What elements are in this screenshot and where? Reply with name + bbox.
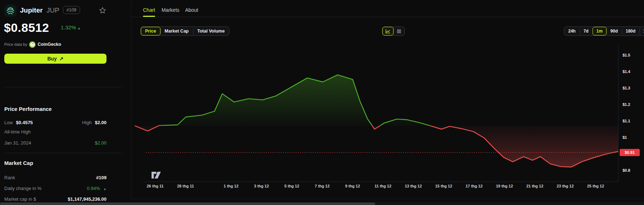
rank-badge: #109: [63, 6, 80, 14]
tab-about[interactable]: About: [185, 7, 198, 17]
sidebar: Jupiter JUP #109 $0.8512 1.32% ▲ Price d…: [0, 0, 131, 205]
jupiter-logo-icon: [4, 5, 16, 17]
candlestick-icon: [396, 29, 402, 34]
price-change-value: 1.32%: [61, 24, 76, 30]
range-button-1y[interactable]: 1y: [639, 27, 644, 35]
x-axis-tick-label: 28 thg 11: [177, 184, 194, 188]
ath-date-row: Jan 31, 2024: [4, 140, 31, 146]
line-chart-icon: [385, 29, 391, 34]
y-axis-tick-label: $1: [623, 135, 627, 140]
y-axis-tick-label: $1.4: [623, 69, 630, 74]
x-axis-tick-label: 23 thg 12: [557, 184, 574, 188]
high-value: $2.00: [95, 120, 106, 125]
mcap-label: Market cap in $: [4, 196, 36, 202]
x-axis-tick-label: 17 thg 12: [466, 184, 483, 188]
time-range-group: 24h 7d 1m 90d 180d 1y all: [564, 26, 644, 36]
daily-change-label: Daily change in %: [4, 186, 41, 191]
tabbar-border: [131, 17, 644, 17]
x-axis-tick-label: 5 thg 12: [284, 184, 299, 188]
daily-change-row-label: Daily change in %: [4, 186, 41, 191]
attribution-brand: CoinGecko: [38, 42, 61, 47]
y-axis-tick-label: $1.1: [623, 119, 630, 123]
metric-button-total-volume[interactable]: Total Volume: [193, 27, 229, 35]
ath-label: All-time High: [4, 129, 31, 135]
mcap-row-label: Market cap in $: [4, 196, 36, 202]
rank-row-value: #109: [96, 175, 106, 180]
up-arrow-icon: ▲: [103, 187, 106, 191]
external-arrow-icon: ↗: [59, 56, 64, 62]
range-button-24h[interactable]: 24h: [564, 27, 580, 35]
y-axis-tick-label: $1.2: [623, 102, 630, 107]
coingecko-logo-icon: [29, 41, 36, 48]
favorite-star-icon[interactable]: [99, 6, 106, 14]
ath-value: $2.00: [95, 140, 106, 146]
buy-button-label: Buy: [47, 56, 56, 62]
line-chart-button[interactable]: [382, 27, 393, 35]
x-axis-tick-label: 26 thg 11: [147, 184, 163, 188]
metric-button-price[interactable]: Price: [141, 27, 160, 35]
chart-type-toggle-group: [382, 26, 405, 36]
range-button-1m[interactable]: 1m: [593, 27, 606, 35]
coin-symbol: JUP: [46, 6, 59, 14]
x-axis-tick-label: 3 thg 12: [254, 184, 269, 188]
up-arrow-icon: ▲: [78, 26, 81, 30]
rank-row-label: Rank: [4, 175, 15, 180]
low-value: $0.4575: [16, 120, 33, 125]
x-axis-tick-label: 25 thg 12: [587, 184, 604, 188]
high-row: High $2.00: [82, 120, 106, 125]
y-axis-tick-label: $1.3: [623, 86, 630, 90]
buy-button[interactable]: Buy ↗: [4, 54, 106, 64]
x-axis-tick-label: 1 thg 12: [224, 184, 239, 188]
x-axis-tick-label: 13 thg 12: [405, 184, 422, 188]
y-axis-tick-label: $1.5: [623, 53, 630, 57]
price-attribution: Price data by CoinGecko: [4, 41, 61, 48]
x-axis-tick-label: 11 thg 12: [375, 184, 391, 188]
ath-label-row: All-time High: [4, 129, 31, 135]
rank-label: Rank: [4, 175, 15, 180]
market-cap-heading: Market Cap: [4, 160, 33, 166]
x-axis-tick-label: 15 thg 12: [435, 184, 452, 188]
tab-chart[interactable]: Chart: [143, 7, 155, 17]
low-label: Low: [4, 120, 13, 125]
high-label: High: [82, 120, 92, 125]
rank-value: #109: [96, 175, 106, 180]
metric-button-market-cap[interactable]: Market Cap: [160, 27, 193, 35]
x-axis-tick-label: 9 thg 12: [345, 184, 360, 188]
range-button-180d[interactable]: 180d: [622, 27, 639, 35]
daily-change-value: 0.94%: [87, 186, 100, 191]
candlestick-chart-button[interactable]: [393, 27, 405, 35]
ath-value-row: $2.00: [95, 140, 106, 146]
x-axis-tick-label: 7 thg 12: [315, 184, 330, 188]
coin-name: Jupiter: [20, 6, 43, 14]
sidebar-divider: [4, 153, 122, 153]
coin-detail-page: Jupiter JUP #109 $0.8512 1.32% ▲ Price d…: [0, 0, 644, 205]
price-performance-heading: Price Performance: [4, 106, 52, 112]
price-line-chart[interactable]: $0.91 $1.5$1.4$1.3$1.2$1.1$1$0.8 26 thg …: [131, 36, 644, 200]
low-row: Low $0.4575: [4, 120, 33, 125]
y-axis-tick-label: $0.8: [623, 168, 630, 172]
metric-toggle-group: Price Market Cap Total Volume: [140, 26, 229, 36]
x-axis-tick-label: 19 thg 12: [496, 184, 513, 188]
mcap-value: $1,147,945,236.00: [68, 196, 106, 202]
tradingview-logo-icon[interactable]: [152, 172, 161, 179]
tab-markets[interactable]: Markets: [162, 7, 179, 17]
daily-change-row-value: 0.94% ▲: [87, 186, 106, 191]
price-change-percent: 1.32% ▲: [61, 24, 81, 30]
sidebar-divider: [4, 87, 122, 87]
mcap-row-value: $1,147,945,236.00: [68, 196, 106, 202]
attribution-prefix: Price data by: [4, 42, 27, 47]
range-button-90d[interactable]: 90d: [606, 27, 622, 35]
x-axis-tick-labels: 26 thg 1128 thg 111 thg 123 thg 125 thg …: [147, 184, 604, 188]
current-price-badge-label: $0.91: [625, 150, 635, 155]
x-axis-tick-label: 21 thg 12: [526, 184, 544, 188]
ath-date: Jan 31, 2024: [4, 140, 31, 146]
current-price: $0.8512: [4, 21, 49, 35]
horizontal-scrollbar-thumb[interactable]: [0, 202, 375, 205]
range-button-7d[interactable]: 7d: [580, 27, 593, 35]
